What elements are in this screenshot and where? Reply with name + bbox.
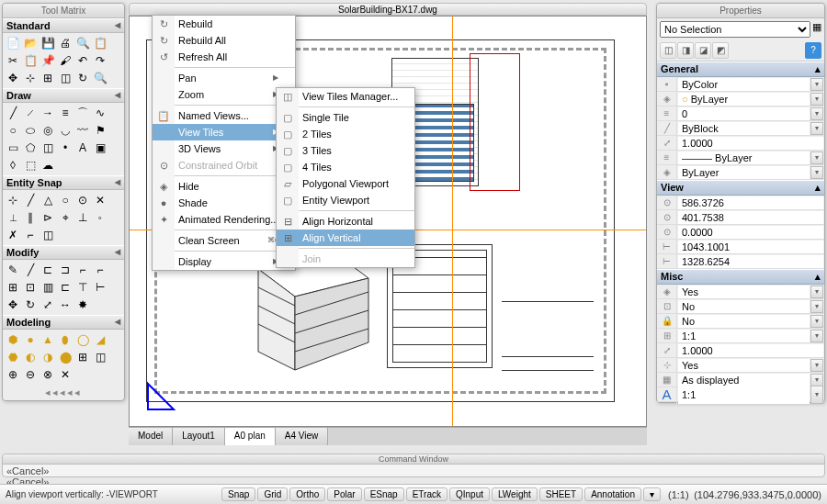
wedge-icon[interactable]: ◢ xyxy=(92,331,108,348)
section-modeling[interactable]: Modeling◀ xyxy=(3,315,124,330)
layer-icon[interactable]: ◫ xyxy=(57,70,74,86)
m3-value[interactable]: No xyxy=(678,315,810,328)
menu-item-shade[interactable]: ●Shade xyxy=(153,195,295,211)
snap8-icon[interactable]: ∥ xyxy=(22,209,39,226)
cyl-icon[interactable]: ⬮ xyxy=(57,331,74,348)
menu-item-align-horizontal[interactable]: ⊟Align Horizontal xyxy=(277,213,414,230)
mirror-icon[interactable]: ▥ xyxy=(40,279,56,296)
status-btn-esnap[interactable]: ESnap xyxy=(364,487,404,501)
m12-icon[interactable]: ◫ xyxy=(92,349,108,365)
status-btn-polar[interactable]: Polar xyxy=(327,487,361,501)
torus-icon[interactable]: ◯ xyxy=(74,331,91,348)
menu-item-hide[interactable]: ◈Hide xyxy=(153,178,295,195)
m15-icon[interactable]: ⊗ xyxy=(40,366,56,383)
block-icon[interactable]: ▣ xyxy=(92,140,108,156)
misc-header[interactable]: Misc▴ xyxy=(657,269,824,285)
dd-icon[interactable]: ▾ xyxy=(810,151,823,164)
m13-icon[interactable]: ⊕ xyxy=(5,366,21,383)
array-icon[interactable]: ⊞ xyxy=(5,279,21,296)
cham-icon[interactable]: ⌐ xyxy=(92,262,108,278)
tab-layout1[interactable]: Layout1 xyxy=(173,428,225,445)
open-icon[interactable]: 📂 xyxy=(22,35,39,51)
arr2-icon[interactable]: ⊡ xyxy=(22,279,39,296)
dd-icon[interactable]: ▾ xyxy=(810,286,823,298)
filter-icon[interactable]: ▦ xyxy=(812,21,821,38)
multi-icon[interactable]: ≡ xyxy=(57,105,74,121)
help-icon[interactable]: ? xyxy=(805,42,821,59)
pb4-icon[interactable]: ◩ xyxy=(712,42,729,59)
m11-icon[interactable]: ⊞ xyxy=(74,349,91,365)
cloud-icon[interactable]: ☁ xyxy=(40,157,56,174)
pb2-icon[interactable]: ◨ xyxy=(677,42,694,59)
spline-icon[interactable]: 〰 xyxy=(74,122,91,139)
m5-value[interactable]: 1.0000 xyxy=(678,344,823,357)
level-value[interactable]: 0 xyxy=(678,107,810,120)
menu-item-rebuild-all[interactable]: ↻Rebuild All xyxy=(153,32,295,49)
dd-icon[interactable]: ▾ xyxy=(810,78,823,91)
snap4-icon[interactable]: ○ xyxy=(57,192,74,208)
refresh-icon[interactable]: ↻ xyxy=(74,70,91,86)
str-icon[interactable]: ↔ xyxy=(57,297,74,313)
undo-icon[interactable]: ↶ xyxy=(74,52,91,69)
erase-icon[interactable]: ✎ xyxy=(5,262,21,278)
tab-a4view[interactable]: A4 View xyxy=(276,428,329,445)
dd-icon[interactable]: ▾ xyxy=(810,107,823,120)
menu-item-4-tiles[interactable]: ▢4 Tiles xyxy=(277,159,414,175)
section-esnap[interactable]: Entity Snap◀ xyxy=(3,175,124,190)
box-icon[interactable]: ⬢ xyxy=(5,331,21,348)
dd-icon[interactable]: ▾ xyxy=(810,166,823,179)
ring-icon[interactable]: ◎ xyxy=(40,122,56,139)
color-value[interactable]: ByColor xyxy=(678,78,810,91)
status-btn-qinput[interactable]: QInput xyxy=(449,487,490,501)
save-icon[interactable]: 💾 xyxy=(40,35,56,51)
rect-icon[interactable]: ▭ xyxy=(5,140,21,156)
menu-item-view-tiles-manager-[interactable]: ◫View Tiles Manager... xyxy=(277,88,414,105)
mv-icon[interactable]: ✥ xyxy=(5,297,21,313)
view-header[interactable]: View▴ xyxy=(657,180,824,196)
dd-icon[interactable]: ▾ xyxy=(810,359,823,372)
flag-icon[interactable]: ⚑ xyxy=(92,122,108,139)
menu-item-animated-rendering-[interactable]: ✦Animated Rendering... xyxy=(153,211,295,228)
m14-icon[interactable]: ⊖ xyxy=(22,366,39,383)
section-modify[interactable]: Modify◀ xyxy=(3,245,124,260)
menu-item-single-tile[interactable]: ▢Single Tile xyxy=(277,109,414,126)
v5-value[interactable]: 1328.6254 xyxy=(678,255,823,268)
cut-icon[interactable]: ✂ xyxy=(5,52,21,69)
menu-item-zoom[interactable]: Zoom▶ xyxy=(153,86,295,103)
tab-model[interactable]: Model xyxy=(129,428,173,445)
dd-icon[interactable]: ▾ xyxy=(810,93,823,106)
snap6-icon[interactable]: ✕ xyxy=(92,192,108,208)
offset-icon[interactable]: ⊏ xyxy=(57,279,74,296)
status-btn-lweight[interactable]: LWeight xyxy=(492,487,538,501)
v4-value[interactable]: 1043.1001 xyxy=(678,241,823,253)
m10-icon[interactable]: ⬤ xyxy=(57,349,74,365)
status-btn-snap[interactable]: Snap xyxy=(221,487,255,501)
paint-icon[interactable]: 🖌 xyxy=(57,52,74,69)
m1-value[interactable]: Yes xyxy=(678,286,810,298)
copy-icon[interactable]: 📋 xyxy=(22,52,39,69)
snap10-icon[interactable]: ⌖ xyxy=(57,209,74,226)
curve-icon[interactable]: ∿ xyxy=(92,105,108,121)
cone-icon[interactable]: ▲ xyxy=(40,331,56,348)
m6-value[interactable]: Yes xyxy=(678,359,810,372)
menu-item-named-views-[interactable]: 📋Named Views... xyxy=(153,107,295,124)
menu-item-rebuild[interactable]: ↻Rebuild xyxy=(153,16,295,32)
selection-dropdown[interactable]: No Selection xyxy=(660,21,810,38)
dash-value[interactable]: ——— ByLayer xyxy=(678,151,810,164)
snap2-icon[interactable]: ╱ xyxy=(22,192,39,208)
status-btn-etrack[interactable]: ETrack xyxy=(406,487,447,501)
scale-icon[interactable]: ⤢ xyxy=(40,297,56,313)
expl-icon[interactable]: ✸ xyxy=(74,297,91,313)
layer-value[interactable]: ○ ByLayer xyxy=(678,93,810,106)
brk-icon[interactable]: ⊤ xyxy=(74,279,91,296)
pline-icon[interactable]: ⟋ xyxy=(22,105,39,121)
text-icon[interactable]: A xyxy=(74,140,91,156)
region-icon[interactable]: ◊ xyxy=(5,157,21,174)
ellipse-icon[interactable]: ⬭ xyxy=(22,122,39,139)
snap9-icon[interactable]: ⊳ xyxy=(40,209,56,226)
zoom-icon[interactable]: 🔍 xyxy=(92,70,108,86)
pb3-icon[interactable]: ◪ xyxy=(695,42,711,59)
status-btn-annotation[interactable]: Annotation xyxy=(584,487,641,501)
move-icon[interactable]: ✥ xyxy=(5,70,21,86)
snap11-icon[interactable]: ⊥ xyxy=(74,209,91,226)
